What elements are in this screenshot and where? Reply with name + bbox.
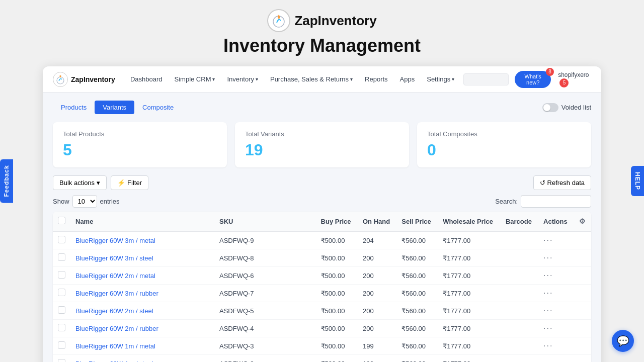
help-panel[interactable]: HELP xyxy=(631,166,644,196)
svg-point-3 xyxy=(57,77,64,84)
row-actions-7[interactable]: ··· xyxy=(543,359,553,362)
row-on-hand-0: 204 xyxy=(358,231,396,249)
row-wholesale-price-4: ₹1777.00 xyxy=(438,302,501,320)
app-name: ZapInventory xyxy=(294,13,376,29)
feedback-label: Feedback xyxy=(3,165,10,197)
whats-new-badge: 8 xyxy=(546,68,554,76)
col-on-hand: On Hand xyxy=(358,212,396,231)
tab-composite[interactable]: Composite xyxy=(134,101,182,114)
row-barcode-6 xyxy=(501,337,538,355)
stat-total-variants: Total Variants 19 xyxy=(235,122,409,167)
stat-label-products: Total Products xyxy=(63,130,217,138)
row-checkbox-0[interactable] xyxy=(58,236,65,243)
nav-purchase-sales[interactable]: Purchase, Sales & Returns ▾ xyxy=(265,72,358,86)
refresh-label: Refresh data xyxy=(547,179,585,187)
row-checkbox-2[interactable] xyxy=(58,271,65,279)
bulk-actions-button[interactable]: Bulk actions ▾ xyxy=(53,175,107,190)
whats-new-label: What's new? xyxy=(521,73,545,85)
product-name-link-6[interactable]: BlueRigger 60W 1m / metal xyxy=(75,342,155,350)
row-checkbox-1[interactable] xyxy=(58,253,65,261)
product-name-link-2[interactable]: BlueRigger 60W 2m / metal xyxy=(75,272,155,280)
row-wholesale-price-6: ₹1777.00 xyxy=(438,337,501,355)
row-checkbox-6[interactable] xyxy=(58,341,65,349)
product-name-link-3[interactable]: BlueRigger 60W 3m / rubber xyxy=(75,290,158,297)
filter-button[interactable]: ⚡ Filter xyxy=(111,175,148,190)
row-actions-0[interactable]: ··· xyxy=(543,236,553,244)
search-input[interactable] xyxy=(521,195,591,208)
col-sku: SKU xyxy=(214,212,316,231)
row-buy-price-2: ₹500.00 xyxy=(316,267,358,285)
tab-products[interactable]: Products xyxy=(53,101,95,114)
toolbar: Bulk actions ▾ ⚡ Filter ↺ Refresh data xyxy=(53,175,591,190)
row-buy-price-4: ₹500.00 xyxy=(316,302,358,320)
nav-inventory[interactable]: Inventory ▾ xyxy=(222,72,263,86)
app-logo xyxy=(267,9,290,32)
row-actions-3[interactable]: ··· xyxy=(543,289,553,297)
product-name-link-1[interactable]: BlueRigger 60W 3m / steel xyxy=(75,254,153,262)
row-sell-price-4: ₹560.00 xyxy=(396,302,438,320)
voided-list-toggle[interactable] xyxy=(542,103,558,112)
row-barcode-2 xyxy=(501,267,538,285)
table-row: BlueRigger 60W 2m / metal ASDFWQ-6 ₹500.… xyxy=(53,267,591,285)
nav-reports[interactable]: Reports xyxy=(360,72,393,86)
col-actions: Actions xyxy=(538,212,574,231)
product-name-link-7[interactable]: BlueRigger 60W 1m / steel xyxy=(75,360,153,363)
product-name-link-0[interactable]: BlueRigger 60W 3m / metal xyxy=(75,237,155,244)
row-sell-price-7: ₹560.00 xyxy=(396,355,438,363)
nav-apps[interactable]: Apps xyxy=(395,72,420,86)
nav-settings[interactable]: Settings ▾ xyxy=(422,72,459,86)
feedback-panel[interactable]: Feedback xyxy=(0,159,13,203)
row-checkbox-3[interactable] xyxy=(58,289,65,296)
row-wholesale-price-7: ₹1777.00 xyxy=(438,355,501,363)
col-buy-price: Buy Price xyxy=(316,212,358,231)
toggle-knob xyxy=(543,104,550,111)
help-label: HELP xyxy=(634,172,641,190)
entries-label: entries xyxy=(100,198,120,205)
nav-search-input[interactable] xyxy=(463,73,509,85)
row-sku-2: ASDFWQ-6 xyxy=(214,267,316,285)
show-search-row: Show 10 25 50 entries Search: xyxy=(53,195,591,208)
row-checkbox-4[interactable] xyxy=(58,306,65,314)
chevron-down-icon: ▾ xyxy=(452,76,454,82)
col-sell-price: Sell Price xyxy=(396,212,438,231)
row-actions-4[interactable]: ··· xyxy=(543,306,553,315)
content-area: Products Variants Composite Voided list … xyxy=(43,93,601,362)
row-sell-price-0: ₹560.00 xyxy=(396,231,438,249)
product-name-link-5[interactable]: BlueRigger 60W 2m / rubber xyxy=(75,325,158,332)
row-sku-4: ASDFWQ-5 xyxy=(214,302,316,320)
show-select[interactable]: 10 25 50 xyxy=(72,195,97,208)
row-buy-price-1: ₹500.00 xyxy=(316,249,358,267)
row-checkbox-7[interactable] xyxy=(58,359,65,362)
tab-variants[interactable]: Variants xyxy=(95,101,134,114)
refresh-button[interactable]: ↺ Refresh data xyxy=(533,175,591,190)
stat-label-composites: Total Composites xyxy=(427,130,581,138)
svg-marker-2 xyxy=(278,15,280,17)
nav-dashboard[interactable]: Dashboard xyxy=(125,72,168,86)
select-all-checkbox[interactable] xyxy=(58,217,65,224)
row-actions-5[interactable]: ··· xyxy=(543,324,553,332)
product-name-link-4[interactable]: BlueRigger 60W 2m / steel xyxy=(75,307,153,315)
row-actions-6[interactable]: ··· xyxy=(543,341,553,350)
top-branding: ZapInventory Inventory Management xyxy=(0,0,644,66)
row-actions-2[interactable]: ··· xyxy=(543,271,553,280)
table-row: BlueRigger 60W 3m / metal ASDFWQ-9 ₹500.… xyxy=(53,231,591,249)
row-checkbox-5[interactable] xyxy=(58,324,65,331)
row-buy-price-6: ₹500.00 xyxy=(316,337,358,355)
row-actions-1[interactable]: ··· xyxy=(543,253,553,262)
row-buy-price-7: ₹500.00 xyxy=(316,355,358,363)
whats-new-button[interactable]: What's new? 8 xyxy=(515,71,551,88)
chevron-down-icon: ▾ xyxy=(97,179,100,187)
search-label: Search: xyxy=(495,198,518,205)
nav-simple-crm[interactable]: Simple CRM ▾ xyxy=(170,72,220,86)
filter-label: Filter xyxy=(127,179,142,187)
refresh-icon: ↺ xyxy=(540,179,545,187)
svg-rect-4 xyxy=(60,75,61,77)
stat-value-composites: 0 xyxy=(427,141,581,159)
chat-fab[interactable]: 💬 xyxy=(612,330,634,352)
chevron-down-icon: ▾ xyxy=(350,76,353,82)
row-on-hand-7: 199 xyxy=(358,355,396,363)
row-barcode-4 xyxy=(501,302,538,320)
table-row: BlueRigger 60W 3m / rubber ASDFWQ-7 ₹500… xyxy=(53,285,591,302)
gear-icon[interactable]: ⚙ xyxy=(579,217,586,225)
row-wholesale-price-0: ₹1777.00 xyxy=(438,231,501,249)
